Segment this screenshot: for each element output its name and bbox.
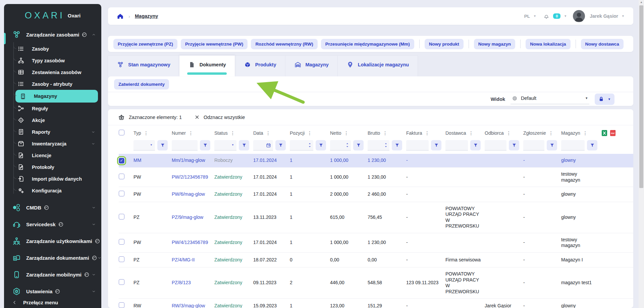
table-row[interactable]: PZPZ/9/mag-glowZatwierdzony13.11.2023161… bbox=[119, 202, 633, 233]
filter-field-numer[interactable] bbox=[173, 140, 196, 150]
document-number-link[interactable]: PZ/4/MG-II bbox=[172, 257, 195, 262]
row-checkbox[interactable] bbox=[119, 174, 124, 179]
tab-magazyny[interactable]: Magazyny bbox=[285, 55, 338, 76]
column-menu-icon[interactable]: ⋮ bbox=[425, 130, 430, 136]
filter-button-dostawca[interactable] bbox=[470, 140, 481, 150]
filter-input-typ[interactable]: ▼ bbox=[133, 140, 155, 150]
sidebar-section-zarzadzanie-mobilnymi[interactable]: Zarządzanie mobilnymi bbox=[4, 266, 101, 283]
filter-field-magazyn[interactable] bbox=[563, 140, 583, 150]
sidebar-item-reguly[interactable]: Reguły bbox=[4, 103, 101, 114]
sidebar-item-licencje[interactable]: Licencje bbox=[4, 149, 101, 161]
table-row[interactable]: PZPZ/8/123Zatwierdzony09.11.20232446,005… bbox=[119, 267, 633, 299]
row-checkbox[interactable] bbox=[119, 191, 124, 196]
sidebar-item-inwentaryzacja[interactable]: Inwentaryzacja bbox=[4, 138, 101, 149]
document-number-link[interactable]: Mm/1/mag-glow bbox=[172, 158, 205, 163]
filter-button-status[interactable] bbox=[239, 140, 249, 150]
spinner-icon[interactable] bbox=[308, 142, 312, 148]
calendar-icon[interactable] bbox=[266, 142, 271, 148]
sidebar-item-magazyny[interactable]: Magazyny bbox=[15, 90, 98, 103]
column-menu-icon[interactable]: ⋮ bbox=[189, 130, 194, 136]
filter-button-pozycji[interactable] bbox=[316, 140, 326, 150]
filter-input-status[interactable]: ▼ bbox=[214, 140, 236, 150]
filter-button-netto[interactable] bbox=[353, 140, 364, 150]
column-menu-icon[interactable]: ⋮ bbox=[506, 130, 512, 136]
sidebar-section-zarzadzanie-uzytkownikami[interactable]: Zarządzanie użytkownikami bbox=[4, 233, 101, 249]
toggle-menu-button[interactable]: Przełącz menu bbox=[12, 300, 58, 305]
table-row[interactable]: PZPZ/4/MG-IIZatwierdzony18.07.202200,000… bbox=[119, 252, 633, 267]
user-name[interactable]: Jarek Gąsior bbox=[590, 13, 618, 19]
column-menu-icon[interactable]: ⋮ bbox=[144, 130, 149, 136]
sidebar-item-typy-zasobow[interactable]: Typy zasobów bbox=[4, 55, 101, 66]
column-menu-icon[interactable]: ⋮ bbox=[583, 130, 588, 136]
deselect-all-button[interactable]: Odznacz wszystkie bbox=[195, 115, 245, 120]
row-checkbox[interactable] bbox=[119, 279, 124, 285]
vertical-scrollbar[interactable]: ▲ bbox=[639, 0, 644, 308]
filter-input-magazyn[interactable] bbox=[561, 140, 585, 150]
user-menu-caret-icon[interactable]: ▼ bbox=[622, 14, 625, 18]
document-number-link[interactable]: PW/6/mag-glow bbox=[172, 191, 205, 197]
document-number-link[interactable]: PW/4/123456789 bbox=[172, 240, 208, 245]
filter-button-zgloszenie[interactable] bbox=[547, 140, 557, 150]
filter-button-typ[interactable] bbox=[157, 140, 168, 150]
lock-view-button[interactable]: ▼ bbox=[595, 94, 614, 105]
tab-stan-magazynowy[interactable]: Stan magazynowy bbox=[108, 55, 179, 76]
dropdown-caret-icon[interactable]: ▼ bbox=[231, 143, 235, 147]
tab-dokumenty[interactable]: Dokumenty bbox=[179, 55, 235, 76]
row-checkbox[interactable] bbox=[119, 256, 124, 262]
filter-field-odbiorca[interactable] bbox=[486, 140, 505, 150]
nowy-dostawca-button[interactable]: Nowy dostawca bbox=[581, 39, 624, 49]
document-number-link[interactable]: PZ/9/mag-glow bbox=[172, 214, 203, 220]
sidebar-item-raporty[interactable]: Raporty bbox=[4, 126, 101, 138]
nowy-produkt-button[interactable]: Nowy produkt bbox=[425, 39, 464, 49]
table-row[interactable]: PWPW/2/123456789Zatwierdzony17.01.202411… bbox=[119, 168, 633, 187]
scrollbar-thumb[interactable] bbox=[639, 5, 643, 188]
filter-input-netto[interactable] bbox=[330, 140, 351, 150]
column-menu-icon[interactable]: ⋮ bbox=[383, 130, 388, 136]
tab-produkty[interactable]: Produkty bbox=[235, 55, 285, 76]
filter-button-brutto[interactable] bbox=[392, 140, 402, 150]
sidebar-section-zarzadzanie-dokumentami[interactable]: Zarządzanie dokumentami bbox=[4, 249, 101, 266]
excel-icon[interactable] bbox=[601, 130, 607, 136]
rozchod-wewnetrzny-rw-button[interactable]: Rozchód wewnętrzny (RW) bbox=[251, 39, 317, 49]
notifications-badge[interactable]: 0 bbox=[553, 13, 560, 19]
sidebar-item-konfiguracja[interactable]: Konfiguracja bbox=[4, 185, 101, 196]
filter-button-magazyn[interactable] bbox=[587, 140, 597, 150]
sidebar-section-cmdb[interactable]: CMDB bbox=[4, 199, 101, 216]
filter-button-numer[interactable] bbox=[200, 140, 210, 150]
column-menu-icon[interactable]: ⋮ bbox=[469, 130, 474, 136]
dropdown-caret-icon[interactable]: ▼ bbox=[149, 143, 153, 147]
row-checkbox[interactable] bbox=[119, 302, 124, 308]
document-number-link[interactable]: RW/3/mag-glow bbox=[172, 303, 205, 308]
sidebar-item-zestawienia-zasobow[interactable]: Zestawienia zasobów bbox=[4, 66, 101, 78]
table-row[interactable]: PWPW/4/123456789Zatwierdzony17.01.202411… bbox=[119, 233, 633, 252]
przyjecie-zewnetrzne-pz-button[interactable]: Przyjęcie zewnętrzne (PZ) bbox=[113, 39, 177, 49]
filter-field-data[interactable] bbox=[255, 140, 266, 150]
table-row[interactable]: ✓MMMm/1/mag-glowRoboczy17.01.202411 000,… bbox=[119, 154, 633, 168]
language-selector[interactable]: PL bbox=[524, 14, 530, 19]
filter-field-netto[interactable] bbox=[332, 140, 345, 150]
avatar[interactable] bbox=[573, 10, 585, 22]
filter-input-zgloszenie[interactable] bbox=[523, 140, 544, 150]
filter-input-numer[interactable] bbox=[172, 140, 198, 150]
pdf-icon[interactable]: PDF bbox=[610, 130, 616, 136]
row-checkbox[interactable]: ✓ bbox=[119, 158, 124, 164]
notifications-caret-icon[interactable]: ▼ bbox=[564, 14, 567, 18]
table-row[interactable]: PWPW/6/mag-glowZatwierdzony17.01.202412 … bbox=[119, 187, 633, 202]
breadcrumb-current[interactable]: Magazyny bbox=[135, 13, 158, 19]
przyjecie-wewnetrzne-pw-button[interactable]: Przyjęcie wewnętrzne (PW) bbox=[181, 39, 248, 49]
column-menu-icon[interactable]: ⋮ bbox=[307, 130, 312, 136]
column-menu-icon[interactable]: ⋮ bbox=[230, 130, 235, 136]
home-icon[interactable] bbox=[117, 13, 124, 20]
sidebar-item-protokoly[interactable]: Protokoły bbox=[4, 161, 101, 173]
filter-field-brutto[interactable] bbox=[369, 140, 384, 150]
document-number-link[interactable]: PZ/8/123 bbox=[172, 280, 191, 285]
filter-input-dostawca[interactable] bbox=[445, 140, 468, 150]
tab-lokalizacje-magazynu[interactable]: Lokalizacje magazynu bbox=[337, 55, 418, 76]
filter-field-typ[interactable] bbox=[135, 140, 149, 150]
filter-input-brutto[interactable] bbox=[368, 140, 389, 150]
spinner-icon[interactable] bbox=[384, 142, 388, 148]
nowy-magazyn-button[interactable]: Nowy magazyn bbox=[474, 39, 516, 49]
spinner-icon[interactable] bbox=[345, 142, 349, 148]
sidebar-item-import-plikow-danych[interactable]: Import plików danych bbox=[4, 173, 101, 185]
przesuniecie-miedzymagazynowe-mm-button[interactable]: Przesunięcie międzymagazynowe (Mm) bbox=[321, 39, 414, 49]
